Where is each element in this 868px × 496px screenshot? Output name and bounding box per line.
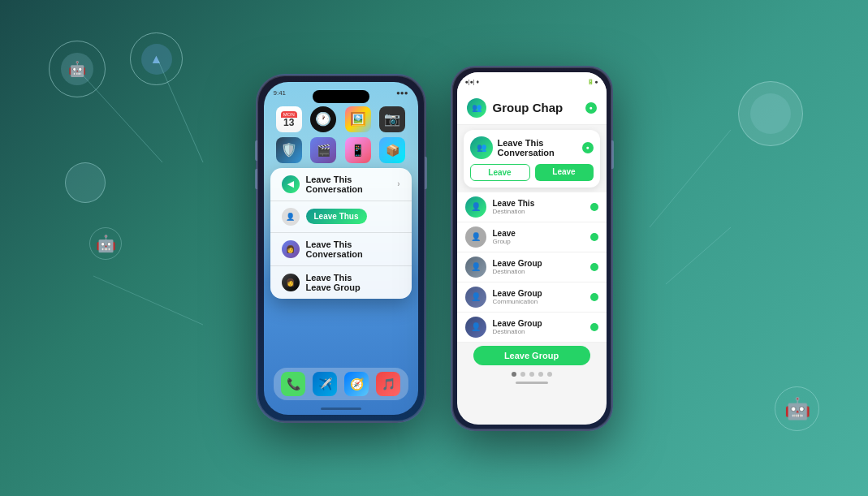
deco-circle-right-1 <box>738 81 803 146</box>
deco-circle-left-3 <box>65 162 106 203</box>
app-icon-4[interactable]: 📦 <box>379 137 405 163</box>
android-screen: ●|●| ♦ 🔋● 👥 Group Chap ● 👥 L <box>457 72 607 425</box>
chat-dot-4 <box>590 293 598 301</box>
deco-circle-left-1: 🤖 <box>49 41 106 97</box>
chat-name-1: Leave This <box>493 199 584 208</box>
chat-sub-3: Destination <box>493 268 584 275</box>
chat-item-leave-group-1[interactable]: 👤 Leave Group Destination <box>457 252 607 283</box>
nav-dot-4 <box>538 372 543 377</box>
menu-avatar-1-icon: ◀ <box>287 179 294 188</box>
android-icon-left: 🤖 <box>89 227 122 260</box>
leave-card-avatar-icon: 👥 <box>477 143 486 152</box>
android-home-bar <box>516 382 548 384</box>
arrow-icon-top: ▲ <box>150 52 163 67</box>
chat-avatar-5-icon: 👤 <box>471 322 481 331</box>
chat-avatar-3-icon: 👤 <box>471 262 481 271</box>
chat-sub-5: Destination <box>493 328 584 335</box>
svg-line-4 <box>666 227 731 284</box>
phones-container: 9:41 ●●● MON 13 🕐 🖼️ 📷 <box>256 66 613 431</box>
video-app-icon[interactable]: 🎬 <box>310 137 336 163</box>
ios-menu-item-3[interactable]: 👩 Leave ThisConversation <box>270 233 412 266</box>
deco-inner-circle <box>750 93 791 134</box>
chat-info-4: Leave Group Communication <box>493 289 584 305</box>
photos-icon: 🖼️ <box>350 111 366 127</box>
photos-app-icon[interactable]: 🖼️ <box>345 106 371 132</box>
android-status-bar: ●|●| ♦ 🔋● <box>457 72 607 92</box>
nav-dot-5 <box>547 372 552 377</box>
clock-icon: 🕐 <box>315 111 331 127</box>
clock-app-icon[interactable]: 🕐 <box>310 106 336 132</box>
music-icon: 🎵 <box>382 377 395 390</box>
dock-row: 📞 ✈️ 🧭 🎵 <box>274 368 408 400</box>
chat-item-leave-this[interactable]: 👤 Leave This Destination <box>457 192 607 222</box>
ios-menu-item-2[interactable]: 👤 Leave Thus <box>270 201 412 233</box>
leave-card-dot-icon: ● <box>585 144 589 150</box>
iphone-volume-up <box>255 140 257 161</box>
iphone-device: 9:41 ●●● MON 13 🕐 🖼️ 📷 <box>256 74 426 423</box>
video-icon: 🎬 <box>317 144 330 157</box>
mail-dock-icon[interactable]: ✈️ <box>313 372 337 396</box>
chat-info-5: Leave Group Destination <box>493 319 584 335</box>
notification-count: ● <box>589 105 592 110</box>
android-home-bar-container <box>457 380 607 386</box>
chat-info-2: Leave Group <box>493 229 584 245</box>
safari-dock-icon[interactable]: 🧭 <box>344 372 369 396</box>
chat-name-5: Leave Group <box>493 319 584 328</box>
menu-avatar-4-icon: 👩 <box>286 278 295 287</box>
leave-card-title: Leave This Conversation <box>498 138 577 157</box>
leave-card-header: 👥 Leave This Conversation ● <box>470 136 594 159</box>
iphone-volume-down <box>255 169 257 189</box>
android-status-left: ●|●| ♦ <box>465 79 480 84</box>
ios-menu-item-1[interactable]: ◀ Leave ThisConversation › <box>270 168 412 201</box>
leave-card-buttons: Leave Leave <box>470 164 594 181</box>
android-chat-list: 👤 Leave This Destination 👤 Leave <box>457 192 607 343</box>
deco-circle-left-2: ▲ <box>130 32 183 85</box>
chat-sub-2: Group <box>493 238 584 245</box>
android-device: ●|●| ♦ 🔋● 👥 Group Chap ● 👥 L <box>451 66 613 431</box>
android-robot-icon-right: 🤖 <box>784 396 810 421</box>
camera-app-icon[interactable]: 📷 <box>379 106 405 132</box>
chat-name-3: Leave Group <box>493 259 584 268</box>
iphone-home-indicator <box>321 408 361 410</box>
leave-card-dot: ● <box>582 142 594 153</box>
iphone-power-button <box>425 157 427 189</box>
shield-app-icon[interactable]: 🛡️ <box>276 137 302 163</box>
leave-outline-button[interactable]: Leave <box>470 164 530 181</box>
iphone-dock: 📞 ✈️ 🧭 🎵 <box>274 368 408 400</box>
calendar-app-icon[interactable]: MON 13 <box>276 106 302 132</box>
android-header-title: Group Chap <box>493 101 579 114</box>
mail-icon: ✈️ <box>318 377 332 390</box>
music-dock-icon[interactable]: 🎵 <box>376 372 400 396</box>
svg-line-3 <box>650 130 731 227</box>
ios-menu-item-4[interactable]: 👩 Leave ThisLeave Group <box>270 266 412 299</box>
chat-info-3: Leave Group Destination <box>493 259 584 275</box>
chat-item-leave-group-2[interactable]: 👤 Leave Group Communication <box>457 283 607 313</box>
chat-dot-1 <box>590 203 598 211</box>
app-icon-3[interactable]: 📱 <box>345 137 371 163</box>
chat-dot-3 <box>590 263 598 271</box>
menu-item-4-avatar: 👩 <box>282 274 300 291</box>
menu-item-3-label: Leave ThisConversation <box>306 239 400 259</box>
android-leave-group-button[interactable]: Leave Group <box>473 346 590 365</box>
leave-thus-button[interactable]: Leave Thus <box>306 209 367 224</box>
android-header-avatar-icon: 👥 <box>472 103 482 112</box>
app-3-icon: 📱 <box>351 144 365 157</box>
chat-dot-5 <box>590 323 598 331</box>
camera-icon: 📷 <box>384 111 400 127</box>
iphone-time: 9:41 <box>274 89 287 97</box>
chat-item-leave-group-3[interactable]: 👤 Leave Group Destination <box>457 313 607 343</box>
android-status-right: 🔋● <box>587 79 598 85</box>
menu-item-1-avatar: ◀ <box>282 175 300 193</box>
chat-sub-1: Destination <box>493 208 584 215</box>
nav-dot-1 <box>512 372 516 377</box>
chat-avatar-1: 👤 <box>465 196 486 218</box>
android-bottom-navigation <box>457 369 607 380</box>
chat-item-leave[interactable]: 👤 Leave Group <box>457 222 607 252</box>
chat-name-4: Leave Group <box>493 289 584 298</box>
svg-line-2 <box>93 276 203 325</box>
chat-avatar-2-icon: 👤 <box>471 232 481 241</box>
iphone-signal: ●●● <box>396 89 408 97</box>
leave-filled-button[interactable]: Leave <box>535 164 594 181</box>
phone-dock-icon[interactable]: 📞 <box>281 372 305 396</box>
shield-icon: 🛡️ <box>281 142 297 157</box>
